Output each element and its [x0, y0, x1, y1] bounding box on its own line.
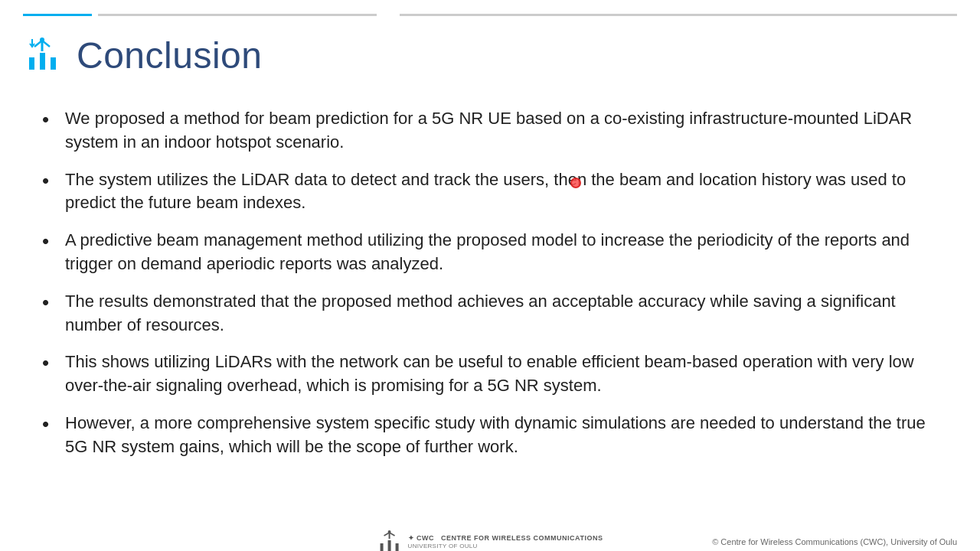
list-item: • The system utilizes the LiDAR data to … [42, 168, 949, 216]
svg-point-6 [40, 37, 44, 42]
bullet-dot-1: • [42, 106, 59, 133]
footer-logo: ✦ CWC CENTRE FOR WIRELESS COMMUNICATIONS… [377, 530, 603, 551]
bullet-text-3: A predictive beam management method util… [65, 229, 949, 276]
footer-logo-sub: University of Oulu [408, 543, 603, 549]
list-item: • We proposed a method for beam predicti… [42, 107, 949, 155]
slide-title: Conclusion [77, 34, 262, 77]
mouse-cursor [570, 178, 581, 188]
slide-content: • We proposed a method for beam predicti… [42, 107, 949, 490]
footer-copyright: © Centre for Wireless Communications (CW… [712, 537, 957, 546]
bullet-dot-2: • [42, 167, 59, 194]
bullet-list: • We proposed a method for beam predicti… [42, 107, 949, 459]
footer-logo-name: ✦ CWC CENTRE FOR WIRELESS COMMUNICATIONS [408, 534, 603, 543]
list-item: • A predictive beam management method ut… [42, 229, 949, 276]
list-item: • However, a more comprehensive system s… [42, 412, 949, 459]
top-decorative-lines [23, 14, 957, 16]
svg-rect-9 [388, 540, 391, 551]
footer-logo-text-block: ✦ CWC CENTRE FOR WIRELESS COMMUNICATIONS… [408, 534, 603, 550]
bullet-text-1: We proposed a method for beam prediction… [65, 107, 949, 155]
list-item: • The results demonstrated that the prop… [42, 290, 949, 337]
bullet-text-5: This shows utilizing LiDARs with the net… [65, 350, 949, 398]
bullet-dot-3: • [42, 227, 59, 255]
svg-rect-1 [40, 53, 45, 70]
bullet-text-2: The system utilizes the LiDAR data to de… [65, 168, 949, 216]
bullet-dot-6: • [42, 410, 59, 438]
gray-line-center [98, 14, 377, 16]
svg-rect-2 [51, 57, 56, 70]
cwc-logo-icon [23, 36, 63, 76]
footer-cwc-icon [377, 530, 402, 551]
bullet-dot-5: • [42, 349, 59, 377]
bullet-text-4: The results demonstrated that the propos… [65, 290, 949, 337]
blue-line-left [23, 14, 92, 16]
svg-rect-8 [381, 543, 384, 551]
svg-rect-0 [29, 57, 34, 70]
slide-header: Conclusion [23, 34, 262, 77]
list-item: • This shows utilizing LiDARs with the n… [42, 350, 949, 398]
gray-line-right [400, 14, 957, 16]
svg-point-14 [388, 530, 391, 533]
svg-rect-10 [396, 543, 399, 551]
bullet-text-6: However, a more comprehensive system spe… [65, 412, 949, 459]
bullet-dot-4: • [42, 289, 59, 316]
